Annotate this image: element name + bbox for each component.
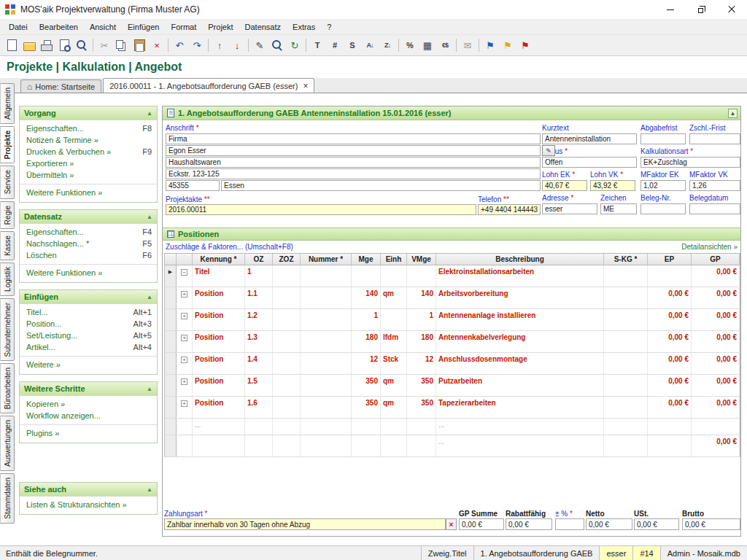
row-selector[interactable] [165, 331, 177, 352]
sidebar-item-drucken-verbuchen[interactable]: Drucken & Verbuchen » F9 [20, 146, 157, 158]
cell-mge[interactable]: 180 [352, 331, 381, 352]
cell-mge[interactable]: 350 [352, 397, 381, 418]
sort-az-icon[interactable]: A↓ [361, 37, 379, 53]
sidebar-item-position[interactable]: Position... Alt+3 [20, 318, 157, 330]
redo-icon[interactable]: ↷ [188, 37, 206, 53]
cell-oz[interactable] [245, 419, 273, 435]
calculator-icon[interactable]: ▦ [419, 37, 436, 53]
cell-vmge[interactable]: 12 [407, 353, 436, 374]
kurztext-field[interactable]: Antenneninstallation [542, 133, 637, 144]
sidebar-item-titel[interactable]: Titel... Alt+1 [20, 306, 157, 318]
numbering-icon[interactable]: # [326, 37, 344, 53]
cell-gp[interactable]: 0,00 € [692, 331, 740, 352]
mfaktor-vk-field[interactable]: 1,26 [689, 180, 740, 191]
cell-skg[interactable] [604, 309, 648, 330]
sidebar-item-notizen-termine[interactable]: Notizen & Termine » [20, 134, 157, 146]
expand-cell[interactable]: + [177, 309, 193, 330]
table-row[interactable]: + Position 1.1 140 qm 140 Arbeitsvorbere… [164, 287, 740, 309]
print-preview-icon[interactable] [55, 37, 73, 53]
set-icon[interactable]: S [344, 37, 361, 53]
cell-kennung[interactable]: Position [193, 331, 245, 352]
menu-datei[interactable]: Datei [3, 20, 34, 34]
kalkulationsart-field[interactable]: EK+Zuschlag [640, 157, 740, 168]
expand-icon[interactable]: + [181, 357, 187, 363]
cell-kennung[interactable]: Titel [193, 265, 245, 287]
cell-vmge[interactable] [407, 265, 436, 287]
cell-skg[interactable] [604, 419, 648, 435]
cell-zoz[interactable] [273, 287, 301, 308]
expand-cell[interactable]: + [177, 375, 193, 396]
belegdatum-field[interactable] [689, 203, 740, 214]
sidebar-section-header[interactable]: Siehe auch ▲ [20, 483, 157, 497]
cell-gp[interactable]: 0,00 € [692, 353, 740, 374]
cell-oz[interactable] [245, 435, 273, 456]
zahlungsart-field[interactable]: Zahlbar innerhalb von 30 Tagen ohne Abzu… [164, 518, 446, 530]
cell-zoz[interactable] [273, 397, 301, 418]
cell-nummer[interactable] [301, 397, 352, 418]
cell-kennung[interactable] [193, 435, 245, 456]
cell-zoz[interactable] [273, 375, 301, 396]
cell-mge[interactable] [352, 435, 381, 456]
expand-icon[interactable]: + [181, 291, 187, 298]
cell-oz[interactable]: 1.2 [245, 309, 273, 330]
delete-icon[interactable]: × [148, 37, 166, 53]
header-nummer[interactable]: Nummer * [301, 254, 352, 265]
sidebar-item-kopieren[interactable]: Kopieren » [20, 398, 157, 410]
cell-beschreibung[interactable]: Antennenkabelverlegung [436, 331, 604, 352]
menu-bearbeiten[interactable]: Bearbeiten [34, 20, 84, 34]
cell-skg[interactable] [604, 435, 648, 456]
row-selector[interactable] [165, 375, 177, 396]
cell-vmge[interactable] [407, 435, 436, 456]
cell-mge[interactable]: 140 [352, 287, 381, 308]
projektakte-field[interactable]: 2016.00011 [166, 204, 476, 215]
anschrift-line3-field[interactable]: Haushaltswaren [166, 157, 541, 168]
row-selector[interactable]: ▶ [165, 265, 177, 287]
cell-nummer[interactable] [301, 265, 352, 287]
move-up-icon[interactable]: ↑ [211, 37, 228, 53]
sidebar-item-weitere[interactable]: Weitere » [20, 356, 157, 370]
table-row[interactable]: + Position 1.3 180 lfdm 180 Antennenkabe… [164, 331, 740, 353]
restore-button[interactable] [686, 0, 716, 19]
sidebar-item-artikel[interactable]: Artikel... Alt+4 [20, 341, 157, 353]
cell-einh[interactable]: Stck [381, 353, 407, 374]
expand-icon[interactable]: + [181, 313, 187, 319]
collapse-panel-icon[interactable]: ▲ [728, 109, 738, 118]
new-document-icon[interactable] [3, 37, 20, 53]
anschrift-line1-field[interactable]: Firma [166, 133, 541, 144]
cell-ep[interactable] [648, 435, 692, 456]
lookup-icon[interactable] [268, 37, 286, 53]
expand-icon[interactable]: + [181, 335, 187, 341]
mfaktor-ek-field[interactable]: 1,02 [640, 180, 686, 191]
cell-skg[interactable] [604, 397, 648, 418]
brutto-field[interactable]: 0,00 € [682, 518, 740, 530]
transfer-icon[interactable]: ✉ [459, 37, 476, 53]
cell-kennung[interactable]: Position [193, 397, 245, 418]
expand-icon[interactable]: + [181, 378, 187, 385]
cut-icon[interactable]: ✂ [96, 37, 113, 53]
sidebar-item-exportieren[interactable]: Exportieren » [20, 158, 157, 169]
table-row[interactable]: + Position 1.5 350 qm 350 Putzarbeiten 0… [164, 375, 740, 397]
cell-einh[interactable]: lfdm [381, 331, 407, 352]
cell-oz[interactable]: 1 [245, 265, 273, 287]
header-mge[interactable]: Mge [352, 254, 381, 265]
cell-ep[interactable]: 0,00 € [648, 375, 692, 396]
table-row[interactable]: + Position 1.4 12 Stck 12 Anschlussdosen… [164, 353, 740, 375]
status-field[interactable]: Offen [542, 157, 637, 168]
cell-vmge[interactable]: 350 [407, 397, 436, 418]
menu-format[interactable]: Format [165, 20, 202, 34]
print-icon[interactable] [38, 37, 55, 53]
menu-einfuegen[interactable]: Einfügen [122, 20, 165, 34]
sidebar-item-set-leistung[interactable]: Set/Leistung... Alt+5 [20, 330, 157, 341]
cell-nummer[interactable] [301, 309, 352, 330]
sidebar-item-ds-weitere-funktionen[interactable]: Weitere Funktionen » [20, 264, 157, 279]
cell-beschreibung[interactable]: Arbeitsvorbereitung [436, 287, 604, 308]
cell-zoz[interactable] [273, 353, 301, 374]
collapse-icon[interactable]: ▲ [147, 486, 152, 493]
cell-vmge[interactable] [407, 419, 436, 435]
cell-beschreibung[interactable]: ... [436, 435, 604, 456]
expand-icon[interactable]: − [181, 269, 187, 276]
expand-cell[interactable]: + [177, 353, 193, 374]
sidebar-item-plugins[interactable]: Plugins » [20, 424, 157, 439]
header-gp[interactable]: GP [692, 254, 740, 265]
cell-beschreibung[interactable]: Putzarbeiten [436, 375, 604, 396]
